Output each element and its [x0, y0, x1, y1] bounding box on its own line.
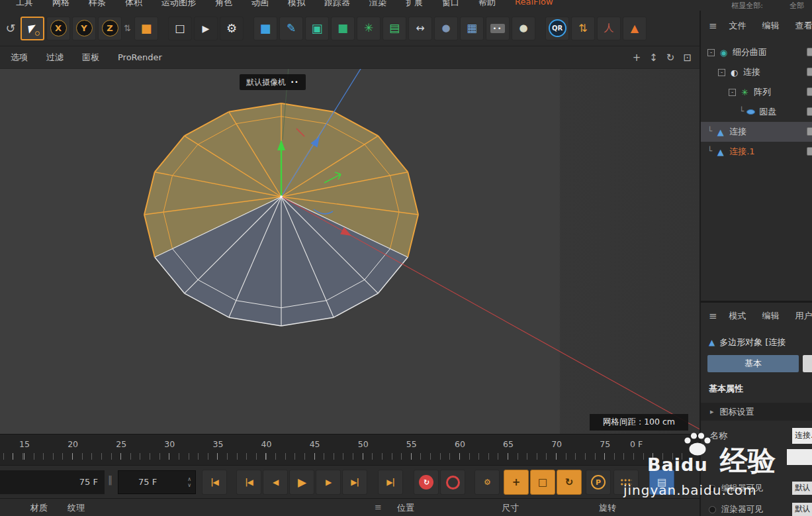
menu-item-工具[interactable]: 工具 — [16, 0, 33, 9]
zoom-icon[interactable]: ↕ — [649, 52, 658, 64]
measure-button[interactable]: ↔ — [408, 17, 432, 40]
menu-item-RealFlow[interactable]: RealFlow — [515, 0, 553, 9]
layer-chip[interactable] — [807, 127, 812, 136]
layer-chip[interactable] — [807, 107, 812, 116]
maximize-icon[interactable]: ⊡ — [683, 52, 692, 64]
viewport-menu-过滤[interactable]: 过滤 — [46, 52, 64, 64]
attribute-manager-menu-编辑[interactable]: 编辑 — [762, 310, 780, 322]
tab-next-partial[interactable] — [803, 355, 812, 372]
attribute-manager-hamburger-icon[interactable]: ≡ — [709, 310, 717, 322]
attribute-manager-menu-模式[interactable]: 模式 — [729, 310, 746, 322]
rotate-icon[interactable]: ↻ — [666, 52, 675, 64]
menu-item-窗口[interactable]: 窗口 — [442, 0, 459, 9]
add-cube-button[interactable]: ■ — [253, 17, 277, 40]
expand-icon[interactable]: - — [718, 69, 725, 76]
icon-settings-row[interactable]: ▸ 图标设置 — [701, 403, 812, 421]
menu-item-样条[interactable]: 样条 — [89, 0, 106, 9]
frame-spinner[interactable]: 75 F ∧∨ — [118, 470, 196, 494]
object-row-圆盘[interactable]: └圆盘 — [701, 102, 812, 122]
current-frame-field[interactable]: 75 F — [0, 470, 105, 494]
tab-材质[interactable]: 材质 — [30, 502, 48, 514]
object-row-连接.1[interactable]: └▲连接.1 — [701, 142, 812, 162]
object-row-连接[interactable]: -◐连接 — [701, 62, 812, 82]
layer-input[interactable] — [787, 449, 812, 465]
live-selection-tool[interactable]: ◤ — [21, 17, 44, 40]
camera-button[interactable]: •• — [486, 17, 510, 40]
character-button[interactable]: 人 — [597, 17, 621, 40]
object-row-连接[interactable]: └▲连接 — [701, 122, 812, 142]
play-button[interactable]: ▶ — [289, 470, 314, 495]
coordinate-menu-icon[interactable]: ≡ — [375, 502, 382, 512]
layer-chip[interactable] — [807, 147, 812, 156]
menu-item-网格[interactable]: 网格 — [52, 0, 69, 9]
record-scale-toggle[interactable]: □ — [530, 470, 555, 495]
layer-chip[interactable] — [807, 68, 812, 76]
interactive-render-region-button[interactable]: QR — [545, 17, 569, 40]
y-axis-lock-button[interactable]: Y — [72, 17, 96, 40]
visibility-select[interactable]: 默认 — [792, 503, 812, 516]
object-manager-hamburger-icon[interactable]: ≡ — [709, 20, 717, 32]
timeline-ruler[interactable]: 0 F 15202530354045505560657075 — [0, 434, 699, 465]
prev-key-button[interactable]: |◀ — [236, 470, 261, 495]
autokey-ring-button[interactable] — [440, 470, 465, 495]
menu-item-角色[interactable]: 角色 — [215, 0, 232, 9]
record-position-toggle[interactable]: + — [504, 470, 529, 495]
metaball-button[interactable]: ● — [434, 17, 458, 40]
menu-item-模拟[interactable]: 模拟 — [288, 0, 305, 9]
viewport-menu-面板[interactable]: 面板 — [82, 52, 99, 64]
expand-icon[interactable]: - — [707, 49, 715, 56]
record-pla-toggle[interactable] — [613, 470, 639, 495]
x-axis-lock-button[interactable]: X — [46, 17, 70, 40]
generator-cube-button[interactable]: ■ — [331, 17, 355, 40]
render-picture-viewer-button[interactable]: ▶ — [194, 17, 218, 40]
object-row-阵列[interactable]: -✳阵列 — [701, 82, 812, 102]
layer-chip[interactable] — [807, 87, 812, 96]
name-input[interactable]: 连接.1 — [792, 428, 812, 444]
object-manager-menu-编辑[interactable]: 编辑 — [762, 20, 780, 32]
undo-icon[interactable]: ↺ — [3, 17, 19, 40]
layer-chip[interactable] — [807, 48, 812, 56]
z-axis-lock-button[interactable]: Z — [98, 17, 122, 40]
record-parameter-toggle[interactable]: P — [586, 470, 611, 495]
array-object-button[interactable]: ▤ — [383, 17, 406, 40]
prev-frame-button[interactable]: ◀ — [263, 470, 288, 495]
spinner-arrows-icon[interactable]: ∧∨ — [187, 476, 191, 488]
render-settings-button[interactable]: ⚙ — [220, 17, 244, 40]
object-manager-menu-查看[interactable]: 查看 — [795, 20, 812, 32]
object-manager-menu-文件[interactable]: 文件 — [729, 20, 746, 32]
menu-item-跟踪器[interactable]: 跟踪器 — [324, 0, 350, 9]
viewport-canvas[interactable]: 默认摄像机 •• 网格间距 : 100 cm — [0, 69, 699, 434]
subdivision-surface-button[interactable]: ▣ — [305, 17, 329, 40]
menu-item-运动图形[interactable]: 运动图形 — [161, 0, 196, 9]
visibility-select[interactable]: 默认 — [792, 482, 812, 495]
light-button[interactable]: ● — [512, 17, 535, 40]
mograph-cloner-button[interactable]: ✳ — [357, 17, 381, 40]
goto-end-button[interactable]: ▶| — [378, 470, 403, 495]
sort-arrows-button[interactable]: ⇅ — [571, 17, 595, 40]
coordinate-system-button[interactable]: ■ — [134, 17, 158, 40]
floor-button[interactable]: ▦ — [460, 17, 484, 40]
menu-item-扩展[interactable]: 扩展 — [406, 0, 423, 9]
tab-basic[interactable]: 基本 — [707, 355, 799, 372]
menu-item-帮助[interactable]: 帮助 — [478, 0, 496, 9]
pan-icon[interactable]: + — [633, 52, 641, 64]
render-view-button[interactable]: □ — [168, 17, 192, 40]
viewport-menu-ProRender[interactable]: ProRender — [118, 52, 162, 62]
attribute-manager-menu-用户[interactable]: 用户 — [795, 310, 812, 322]
film-button[interactable]: ▤ — [649, 470, 674, 495]
tab-纹理[interactable]: 纹理 — [68, 502, 85, 514]
axis-spinner[interactable]: ⇅ — [122, 17, 132, 40]
next-key-button[interactable]: ▶| — [342, 470, 367, 495]
record-keyframe-button[interactable]: ↻ — [414, 470, 439, 495]
goto-start-button[interactable]: |◀ — [202, 470, 227, 495]
object-row-细分曲面[interactable]: -◉细分曲面 — [701, 42, 812, 62]
anim-knob-icon[interactable] — [709, 506, 716, 513]
record-rotation-toggle[interactable]: ↻ — [557, 470, 582, 495]
next-frame-button[interactable]: ▶ — [316, 470, 341, 495]
grip-icon[interactable]: ‖ — [108, 474, 113, 485]
menu-item-体积[interactable]: 体积 — [125, 0, 142, 9]
anim-knob-icon[interactable] — [709, 485, 716, 492]
expand-icon[interactable]: - — [729, 89, 736, 96]
mograph-orange-button[interactable]: ▲ — [623, 17, 647, 40]
menu-item-渲染[interactable]: 渲染 — [369, 0, 386, 9]
